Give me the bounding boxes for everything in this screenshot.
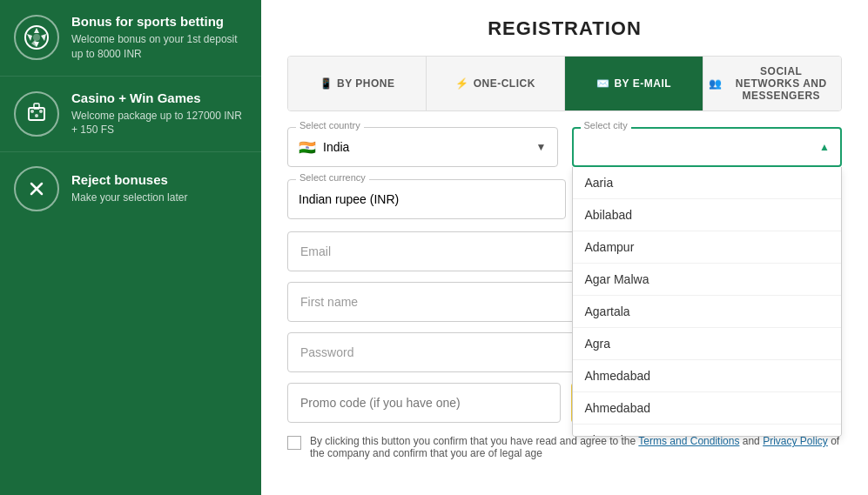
sidebar-reject-title: Reject bonuses bbox=[71, 172, 187, 187]
city-chevron-up-icon: ▲ bbox=[819, 141, 830, 153]
city-select[interactable]: ▲ bbox=[572, 127, 843, 167]
svg-point-10 bbox=[35, 114, 38, 117]
tab-phone-label: BY PHONE bbox=[337, 77, 394, 90]
country-value: India bbox=[323, 140, 349, 154]
tab-email-label: BY E-MAIL bbox=[614, 77, 671, 90]
phone-icon: 📱 bbox=[320, 77, 333, 90]
sidebar-bonus-casino-title: Casino + Win Games bbox=[71, 90, 247, 105]
svg-marker-3 bbox=[27, 34, 32, 41]
sidebar: Bonus for sports betting Welcome bonus o… bbox=[0, 0, 261, 495]
terms-link1[interactable]: Terms and Conditions bbox=[638, 435, 739, 447]
terms-link2[interactable]: Privacy Policy bbox=[763, 435, 828, 447]
svg-point-6 bbox=[33, 34, 40, 41]
promo-input[interactable] bbox=[287, 383, 561, 423]
svg-marker-4 bbox=[41, 34, 46, 41]
country-select-group: Select country 🇮🇳 India ▼ bbox=[287, 127, 558, 167]
tab-oneclick-label: ONE-CLICK bbox=[474, 77, 535, 90]
sidebar-bonus-sports-desc: Welcome bonus on your 1st deposit up to … bbox=[71, 32, 247, 62]
soccer-ball-icon bbox=[14, 15, 59, 60]
city-item[interactable]: Abilabad bbox=[573, 199, 842, 231]
city-item[interactable]: Agar Malwa bbox=[573, 264, 842, 296]
currency-label: Select currency bbox=[296, 172, 369, 183]
svg-point-9 bbox=[39, 110, 43, 113]
city-label: Select city bbox=[581, 120, 631, 130]
casino-icon bbox=[14, 91, 59, 137]
city-item[interactable]: Agartala bbox=[573, 296, 842, 328]
currency-select-group: Select currency Indian rupee (INR) bbox=[287, 179, 566, 219]
page-title: REGISTRATION bbox=[287, 17, 842, 40]
city-item[interactable]: Adampur bbox=[573, 231, 842, 264]
tab-phone[interactable]: 📱 BY PHONE bbox=[288, 57, 427, 110]
city-dropdown-list: Aaria Abilabad Adampur Agar Malwa Agarta… bbox=[572, 167, 843, 437]
terms-checkbox[interactable] bbox=[287, 436, 301, 450]
sidebar-bonus-sports[interactable]: Bonus for sports betting Welcome bonus o… bbox=[0, 0, 261, 77]
sidebar-bonus-sports-title: Bonus for sports betting bbox=[71, 14, 247, 29]
sidebar-bonus-casino-desc: Welcome package up to 127000 INR + 150 F… bbox=[71, 109, 247, 138]
country-select[interactable]: 🇮🇳 India ▼ bbox=[287, 127, 558, 167]
tab-email[interactable]: ✉️ BY E-MAIL bbox=[565, 57, 703, 110]
sidebar-reject-bonuses[interactable]: Reject bonuses Make your selection later bbox=[0, 152, 261, 225]
email-icon: ✉️ bbox=[596, 77, 610, 90]
sidebar-bonus-sports-text: Bonus for sports betting Welcome bonus o… bbox=[71, 14, 247, 62]
currency-select[interactable]: Indian rupee (INR) bbox=[287, 179, 566, 219]
svg-marker-1 bbox=[34, 28, 39, 33]
svg-point-8 bbox=[30, 110, 34, 113]
currency-value: Indian rupee (INR) bbox=[299, 192, 399, 206]
country-label: Select country bbox=[296, 120, 364, 130]
registration-tabs: 📱 BY PHONE ⚡ ONE-CLICK ✉️ BY E-MAIL 👥 SO… bbox=[287, 56, 842, 111]
country-chevron-down-icon: ▼ bbox=[536, 141, 547, 153]
city-item[interactable]: Ahmednagar bbox=[573, 425, 842, 437]
sidebar-reject-text: Reject bonuses Make your selection later bbox=[71, 172, 187, 205]
reject-icon bbox=[14, 166, 59, 211]
country-select-inner: 🇮🇳 India bbox=[299, 139, 349, 156]
city-item[interactable]: Ahmedabad bbox=[573, 360, 842, 392]
terms-text: By clicking this button you confirm that… bbox=[310, 435, 842, 459]
svg-marker-5 bbox=[31, 40, 38, 47]
tab-oneclick[interactable]: ⚡ ONE-CLICK bbox=[427, 57, 565, 110]
tab-social-label: SOCIAL NETWORKS AND MESSENGERS bbox=[727, 65, 837, 102]
oneclick-icon: ⚡ bbox=[455, 77, 469, 90]
main-content: REGISTRATION 📱 BY PHONE ⚡ ONE-CLICK ✉️ B… bbox=[261, 0, 868, 495]
tab-social[interactable]: 👥 SOCIAL NETWORKS AND MESSENGERS bbox=[703, 57, 841, 110]
city-item[interactable]: Ahmedabad bbox=[573, 392, 842, 425]
terms-and: and bbox=[743, 435, 760, 447]
country-city-row: Select country 🇮🇳 India ▼ Select city ▲ … bbox=[287, 127, 842, 167]
social-icon: 👥 bbox=[709, 77, 723, 90]
city-item[interactable]: Agra bbox=[573, 328, 842, 360]
terms-prefix: By clicking this button you confirm that… bbox=[310, 435, 636, 447]
india-flag-icon: 🇮🇳 bbox=[299, 139, 316, 156]
sidebar-reject-desc: Make your selection later bbox=[71, 191, 187, 205]
terms-row: By clicking this button you confirm that… bbox=[287, 435, 842, 459]
city-item[interactable]: Aaria bbox=[573, 167, 842, 199]
city-select-group: Select city ▲ Aaria Abilabad Adampur Aga… bbox=[572, 127, 843, 167]
sidebar-bonus-casino[interactable]: Casino + Win Games Welcome package up to… bbox=[0, 77, 261, 153]
sidebar-bonus-casino-text: Casino + Win Games Welcome package up to… bbox=[71, 90, 247, 138]
